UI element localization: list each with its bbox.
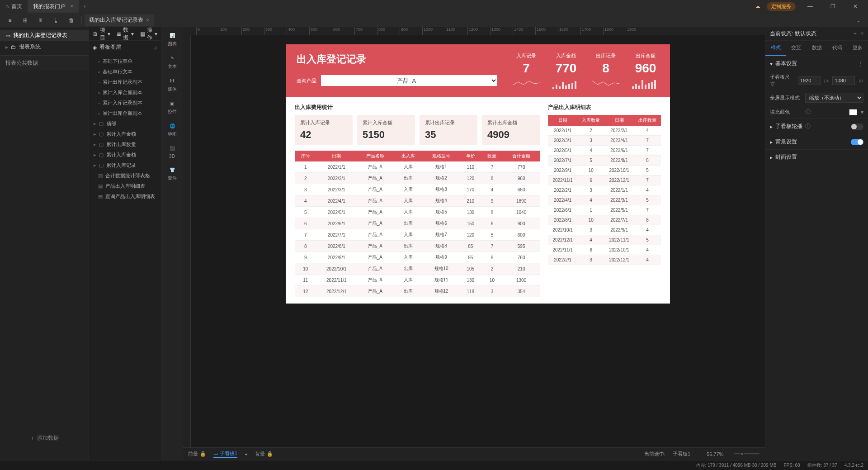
- table-cell: 2022/7/1: [316, 229, 357, 241]
- layer-item[interactable]: ▫累计出库记录副本: [89, 77, 161, 87]
- kpi-value: 770: [552, 61, 580, 76]
- table-cell: 1040: [503, 207, 540, 218]
- table-cell: 产品_A: [357, 218, 394, 229]
- layer-group[interactable]: ▸▢累计入库记录: [89, 160, 161, 171]
- prop-tab[interactable]: 样式: [765, 41, 786, 56]
- palette-chart[interactable]: 📊图表: [168, 31, 177, 47]
- layer-label: 累计入库记录副本: [103, 100, 142, 106]
- query-product-select[interactable]: 产品_A: [321, 75, 497, 86]
- layer-item[interactable]: ▫基础单行文本: [89, 66, 161, 77]
- width-input[interactable]: [798, 76, 821, 85]
- carousel-toggle[interactable]: [851, 123, 863, 130]
- palette-3d[interactable]: ⬛3D: [168, 144, 177, 159]
- palette-ctrl[interactable]: ▣控件: [168, 99, 177, 115]
- fps-status: FPS: 60: [783, 463, 800, 468]
- folder-add-icon[interactable]: ⊞: [18, 14, 33, 27]
- close-icon[interactable]: ×: [70, 3, 73, 9]
- layer-group[interactable]: ▸▢累计入库金额: [89, 150, 161, 160]
- carousel-header[interactable]: ▸ 子看板轮播 ⓘ: [765, 119, 868, 134]
- table-icon: ▤: [98, 183, 103, 189]
- table-cell: 105: [460, 263, 481, 275]
- layer-item[interactable]: ▤查询产品出入库明细表: [89, 191, 161, 202]
- sparkline-line: [592, 78, 619, 89]
- more-icon[interactable]: ⋮: [858, 61, 863, 67]
- palette-media[interactable]: 🎞媒体: [168, 76, 177, 92]
- add-state-icon[interactable]: +: [854, 31, 857, 37]
- cover-header[interactable]: ▸ 封面设置: [765, 150, 868, 165]
- layer-item[interactable]: ▤合计数据统计薄表格: [89, 171, 161, 181]
- table-cell: 2022/8/1: [316, 241, 357, 252]
- cloud-icon[interactable]: ☁: [755, 3, 760, 9]
- layer-item[interactable]: ▫累计出库金额副本: [89, 108, 161, 119]
- layer-item[interactable]: ▫累计入库记录副本: [89, 98, 161, 108]
- maximize-button[interactable]: ❐: [825, 3, 841, 9]
- palette-map[interactable]: 🌐地图: [168, 121, 177, 138]
- fg-tab[interactable]: 前景 🔒: [188, 451, 206, 457]
- table-cell: 120: [460, 173, 481, 184]
- ops-menu[interactable]: ▦操作▾: [140, 26, 157, 42]
- fullscreen-mode-select[interactable]: 缩放（不滚动）: [805, 93, 863, 103]
- close-icon[interactable]: ×: [146, 17, 149, 24]
- table-cell: 入库: [394, 161, 423, 173]
- table-cell: 4: [577, 235, 604, 245]
- search-icon[interactable]: ⌕: [154, 44, 157, 51]
- kpi-card: 出库记录8: [592, 52, 619, 89]
- bg-tab[interactable]: 背景 🔒: [255, 451, 273, 457]
- zoom-slider[interactable]: ━━●━━━━━: [734, 451, 760, 457]
- more-icon[interactable]: ≡: [860, 31, 863, 37]
- bg-toggle[interactable]: [851, 139, 863, 145]
- custom-service-badge[interactable]: 定制服务: [767, 2, 796, 11]
- add-board-tab[interactable]: +: [245, 451, 247, 457]
- close-window-button[interactable]: ✕: [847, 3, 863, 9]
- tree-item-file[interactable]: ▭ 我的出入库登记记录表: [0, 30, 89, 41]
- tab-add[interactable]: +: [79, 3, 91, 9]
- layer-item[interactable]: ▫累计入库金额副本: [89, 87, 161, 98]
- bg-header[interactable]: ▸ 背景设置: [765, 134, 868, 149]
- add-data-button[interactable]: ＋ 添加数据: [0, 416, 89, 460]
- data-menu[interactable]: ≣数据▾: [117, 26, 134, 42]
- layer-item[interactable]: ▤产品出入库明细表: [89, 181, 161, 191]
- table-row: 82022/8/1产品_A出库规格8857595: [295, 241, 540, 252]
- table-cell: 10: [577, 166, 604, 176]
- prop-tab[interactable]: 代码: [827, 41, 847, 56]
- layer-label: 累计出库记录副本: [103, 79, 142, 85]
- menu-icon[interactable]: ≡: [3, 14, 17, 27]
- layer-group[interactable]: ▸▢累计入库金额: [89, 129, 161, 139]
- layer-group[interactable]: ▸▢顶部: [89, 119, 161, 129]
- layer-item[interactable]: ▫基础下拉菜单: [89, 56, 161, 66]
- table-cell: 130: [460, 207, 481, 218]
- basic-settings-header[interactable]: ▾ 基本设置 ⋮: [765, 56, 868, 71]
- tree-item-folder[interactable]: ▸ 🗀 报表系统: [0, 41, 89, 52]
- table-cell: 2022/1/1: [316, 161, 357, 173]
- layer-group[interactable]: ▸▢累计出库数量: [89, 139, 161, 150]
- info-icon: ⓘ: [805, 108, 811, 116]
- prop-tab[interactable]: 更多: [848, 41, 868, 56]
- layer-label: 查询产品出入库明细表: [105, 193, 155, 200]
- svg-rect-10: [638, 85, 640, 89]
- stat-value: 4909: [487, 129, 534, 141]
- chevron-down-icon[interactable]: ▾: [861, 109, 863, 115]
- palette-text[interactable]: ✎文本: [168, 53, 177, 70]
- table-cell: 2022/10/1: [316, 263, 357, 275]
- download-icon[interactable]: ⭳: [49, 14, 63, 27]
- project-menu[interactable]: 🗎项目▾: [93, 26, 110, 42]
- lock-icon: 🔒: [200, 451, 206, 457]
- prop-tab[interactable]: 交互: [786, 41, 806, 56]
- properties-panel: 当前状态: 默认状态 + ≡ 样式交互数据代码更多 ▾ 基本设置 ⋮ 子看板尺寸…: [765, 27, 868, 460]
- tab-portal[interactable]: 我的报表门户 ×: [28, 0, 79, 13]
- subboard-tab[interactable]: ▭ 子看板1: [213, 450, 237, 458]
- canvas[interactable]: 出入库登记记录 查询产品 产品_A 入库记录7入库金额770出库记录8出库金额9…: [191, 35, 765, 447]
- collapse-toggle-icon[interactable]: ⌄: [852, 17, 865, 24]
- file-subtab[interactable]: 我的出入库登记记录表 ×: [85, 14, 154, 26]
- file-add-icon[interactable]: 🗎: [33, 14, 48, 27]
- minimize-button[interactable]: —: [802, 3, 818, 9]
- tab-home[interactable]: ⌂ 首页: [0, 0, 28, 13]
- trash-icon[interactable]: 🗑: [64, 14, 79, 27]
- table-cell: 8: [481, 173, 503, 184]
- height-input[interactable]: [832, 76, 855, 85]
- prop-tab[interactable]: 数据: [807, 41, 827, 56]
- table-row: 102022/10/1产品_A出库规格101052210: [295, 263, 540, 275]
- color-swatch[interactable]: [849, 109, 857, 115]
- table-row: 2022/6/112022/5/17: [548, 205, 661, 215]
- palette-suite[interactable]: 👕套件: [168, 165, 177, 181]
